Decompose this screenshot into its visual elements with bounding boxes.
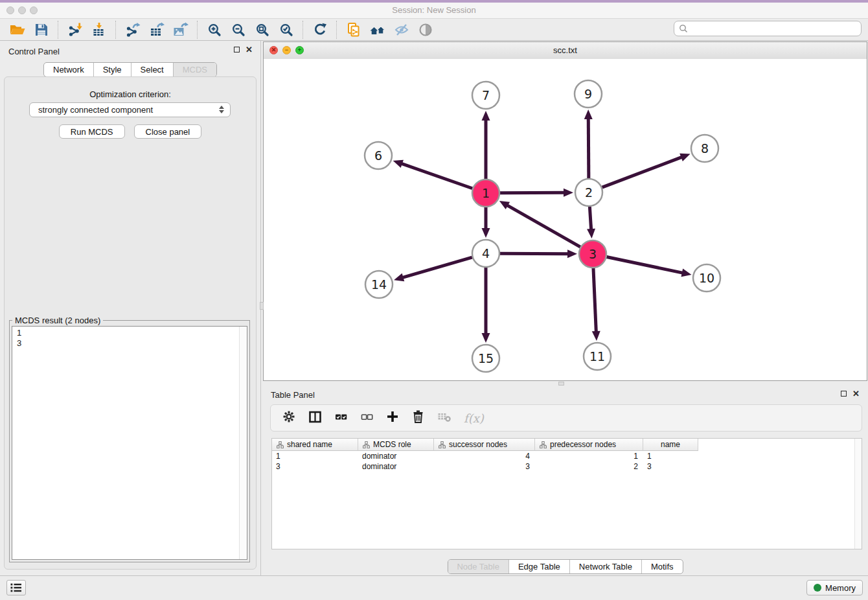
graph-edge-4-14[interactable] [394, 257, 472, 281]
delete-column-button[interactable] [437, 410, 451, 426]
mcds-result-list[interactable]: 13 [12, 326, 247, 560]
open-session-button[interactable] [5, 20, 29, 40]
column-header-shared-name[interactable]: shared name [272, 439, 358, 451]
column-header-mcds-role[interactable]: MCDS role [358, 439, 434, 451]
tab-node-table[interactable]: Node Table [448, 560, 508, 573]
tab-network[interactable]: Network [44, 63, 93, 76]
table-cell[interactable]: 4 [434, 452, 535, 461]
first-neighbors-button[interactable] [365, 20, 389, 40]
table-row[interactable]: 3dominator323 [272, 461, 862, 472]
zoom-in-button[interactable] [202, 20, 226, 40]
tab-mcds[interactable]: MCDS [173, 63, 216, 76]
tab-network-table[interactable]: Network Table [569, 560, 641, 573]
function-builder-button[interactable]: f(x) [464, 411, 484, 425]
clone-network-button[interactable] [341, 20, 365, 40]
zoom-out-icon [231, 22, 246, 38]
graph-edge-3-1[interactable] [499, 201, 580, 247]
graph-node-4[interactable]: 4 [472, 240, 499, 267]
graph-edge-2-8[interactable] [602, 154, 691, 187]
zoom-out-button[interactable] [226, 20, 250, 40]
horizontal-splitter-handle[interactable] [558, 382, 564, 386]
graph-node-8[interactable]: 8 [691, 135, 718, 162]
float-panel-icon[interactable] [234, 47, 240, 52]
save-session-button[interactable] [29, 20, 53, 40]
unselect-all-rows-button[interactable] [360, 410, 374, 426]
export-table-button[interactable] [144, 20, 168, 40]
table-cell[interactable]: dominator [358, 452, 434, 461]
zoom-fit-button[interactable] [250, 20, 274, 40]
task-history-button[interactable] [6, 580, 26, 595]
graph-edge-4-3[interactable] [500, 249, 577, 258]
zoom-selected-button[interactable] [274, 20, 298, 40]
table-cell[interactable]: 3 [272, 462, 358, 471]
show-all-button[interactable] [413, 20, 437, 40]
graph-edge-1-2[interactable] [500, 189, 573, 197]
close-panel-icon[interactable] [852, 391, 860, 397]
tab-edge-table[interactable]: Edge Table [508, 560, 569, 573]
show-columns-button[interactable] [308, 410, 322, 426]
refresh-view-button[interactable] [308, 20, 332, 40]
table-cell[interactable]: 2 [535, 462, 643, 471]
import-network-button[interactable] [63, 20, 87, 40]
graph-edge-1-4[interactable] [482, 207, 490, 238]
float-panel-icon[interactable] [841, 391, 847, 397]
network-canvas[interactable]: 1234678910111415 [264, 59, 867, 380]
graph-node-2[interactable]: 2 [575, 179, 602, 206]
delete-row-button[interactable] [411, 410, 425, 426]
search-icon [679, 24, 688, 33]
graph-edge-4-15[interactable] [482, 268, 490, 343]
graph-node-6[interactable]: 6 [365, 142, 392, 169]
hide-selected-button[interactable] [389, 20, 413, 40]
column-header-successor-nodes[interactable]: successor nodes [434, 439, 535, 451]
vertical-splitter-handle[interactable] [260, 302, 264, 310]
run-mcds-button[interactable]: Run MCDS [59, 124, 125, 139]
tab-motifs[interactable]: Motifs [641, 560, 683, 573]
graph-edge-3-11[interactable] [592, 268, 600, 341]
table-options-button[interactable] [282, 410, 296, 426]
graph-node-10[interactable]: 10 [693, 264, 720, 292]
export-image-button[interactable] [168, 20, 192, 40]
table-cell[interactable]: 3 [434, 462, 535, 471]
graph-edge-2-3[interactable] [587, 207, 595, 238]
export-network-button[interactable] [120, 20, 144, 40]
table-cell[interactable]: 1 [272, 452, 358, 461]
toolbar-separator [58, 21, 58, 39]
graph-node-14[interactable]: 14 [365, 271, 393, 298]
graph-node-15[interactable]: 15 [472, 345, 499, 372]
graph-edge-1-6[interactable] [393, 160, 473, 189]
table-cell[interactable]: dominator [358, 462, 434, 471]
plus-icon [386, 410, 399, 423]
control-panel: Control Panel NetworkStyleSelectMCDS Opt… [0, 41, 261, 575]
table-cell[interactable]: 1 [643, 452, 698, 461]
tab-style[interactable]: Style [93, 63, 131, 76]
optimization-criterion-select[interactable]: strongly connected component [29, 102, 231, 117]
graph-node-11[interactable]: 11 [584, 343, 611, 370]
delete-table-icon [437, 410, 451, 423]
memory-button[interactable]: Memory [806, 580, 863, 595]
result-scrollbar[interactable] [239, 327, 247, 559]
window-title: Session: New Session [0, 5, 868, 15]
search-input[interactable] [688, 23, 861, 34]
table-scrollbar[interactable] [854, 439, 862, 549]
table-cell[interactable]: 3 [643, 462, 698, 471]
column-label: name [661, 440, 680, 449]
column-header-predecessor-nodes[interactable]: predecessor nodes [535, 439, 643, 451]
graph-node-7[interactable]: 7 [472, 82, 499, 109]
graph-node-1[interactable]: 1 [472, 179, 499, 207]
graph-edge-2-9[interactable] [584, 110, 593, 178]
graph-node-9[interactable]: 9 [575, 80, 602, 108]
add-column-button[interactable] [386, 410, 399, 426]
column-header-name[interactable]: name [643, 439, 698, 451]
graph-edge-1-7[interactable] [482, 111, 490, 179]
import-table-button[interactable] [87, 20, 111, 40]
table-cell[interactable]: 1 [535, 452, 643, 461]
graph-node-3[interactable]: 3 [579, 240, 606, 268]
close-panel-button[interactable]: Close panel [134, 124, 202, 139]
table-row[interactable]: 1dominator411 [272, 451, 862, 461]
zoom-fit-icon [255, 22, 270, 38]
network-window-title: scc.txt [264, 45, 867, 55]
select-all-rows-button[interactable] [334, 410, 348, 426]
close-panel-icon[interactable] [246, 47, 253, 52]
tab-select[interactable]: Select [131, 63, 173, 76]
graph-edge-3-10[interactable] [607, 257, 692, 277]
